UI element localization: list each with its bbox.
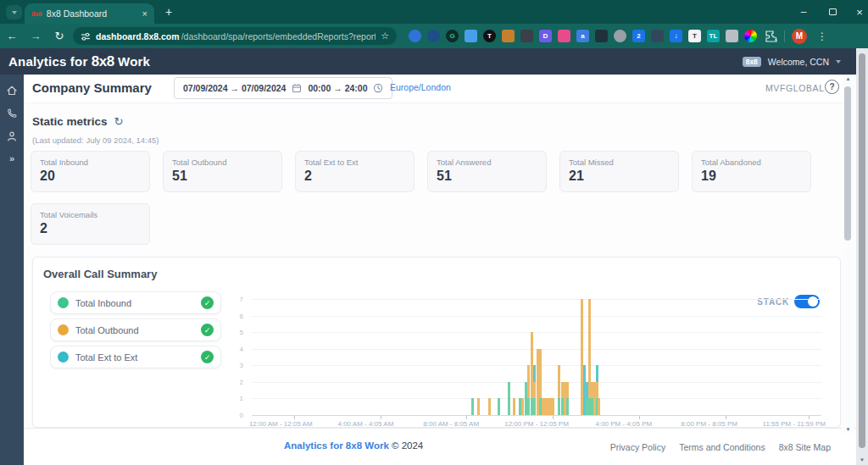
extension-icon[interactable] bbox=[465, 30, 477, 42]
metric-value: 51 bbox=[172, 169, 273, 184]
bar-segment-outbound bbox=[533, 382, 536, 399]
stacked-bar[interactable] bbox=[477, 299, 480, 415]
date-range-value: 07/09/2024 → 07/09/2024 bbox=[183, 83, 286, 93]
legend-check-icon[interactable]: ✓ bbox=[201, 351, 214, 363]
stacked-bar[interactable] bbox=[527, 299, 530, 415]
window-minimize-button[interactable]: – bbox=[790, 0, 817, 24]
legend-check-icon[interactable]: ✓ bbox=[201, 324, 214, 336]
metric-value: 51 bbox=[437, 169, 537, 184]
stacked-bar[interactable] bbox=[498, 299, 500, 415]
y-tick-label: 5 bbox=[240, 329, 243, 336]
sidebar-item-users[interactable] bbox=[6, 130, 18, 142]
scroll-down-icon[interactable]: ▼ bbox=[856, 457, 868, 462]
extension-icon[interactable] bbox=[595, 30, 608, 42]
y-tick-label: 1 bbox=[240, 395, 243, 402]
metric-card: Total Answered51 bbox=[427, 151, 547, 192]
stacked-bar[interactable] bbox=[508, 299, 510, 415]
window-scrollbar[interactable]: ▼ bbox=[856, 48, 868, 465]
extensions-puzzle-icon[interactable] bbox=[765, 30, 777, 42]
date-range-picker[interactable]: 07/09/2024 → 07/09/2024 00:00 → 24:00 bbox=[174, 77, 392, 99]
extension-icon[interactable] bbox=[427, 30, 440, 42]
back-button[interactable]: ← bbox=[0, 30, 24, 42]
legend-check-icon[interactable]: ✓ bbox=[201, 296, 214, 309]
footer-link[interactable]: Privacy Policy bbox=[610, 442, 665, 452]
help-button[interactable]: ? bbox=[825, 80, 839, 94]
forward-button[interactable]: → bbox=[24, 30, 47, 42]
extension-icon[interactable] bbox=[502, 30, 515, 42]
stacked-bar[interactable] bbox=[552, 299, 554, 415]
extension-icon[interactable]: 2 bbox=[632, 30, 645, 42]
timezone-link[interactable]: Europe/London bbox=[390, 82, 451, 92]
bar-segment-outbound bbox=[513, 398, 515, 415]
legend-item[interactable]: Total Ext to Ext✓ bbox=[50, 346, 221, 368]
stacked-bar[interactable] bbox=[513, 299, 515, 415]
bar-segment-inbound bbox=[566, 398, 569, 415]
content-scrollbar[interactable]: ▲ ▼ bbox=[843, 75, 854, 434]
extension-icon[interactable]: T bbox=[483, 30, 496, 42]
extension-icon[interactable] bbox=[520, 30, 533, 42]
x-tick-label: 12:00 PM - 12:05 PM bbox=[504, 420, 569, 428]
extension-icon[interactable] bbox=[614, 30, 626, 42]
site-settings-icon[interactable] bbox=[81, 31, 91, 42]
extension-icon[interactable]: T bbox=[688, 30, 701, 42]
extension-icon[interactable]: G bbox=[446, 30, 459, 42]
app-title: Analytics for 8x8 Work bbox=[8, 53, 150, 70]
metric-value: 2 bbox=[40, 221, 141, 236]
footer-link[interactable]: 8x8 Site Map bbox=[779, 442, 831, 452]
footer-link[interactable]: Terms and Conditions bbox=[679, 442, 765, 452]
bar-segment-outbound bbox=[558, 365, 560, 398]
legend-item[interactable]: Total Inbound✓ bbox=[50, 291, 221, 314]
page-footer: Analytics for 8x8 Work © 2024 Privacy Po… bbox=[24, 428, 856, 465]
browser-tab[interactable]: 8x8 8x8 Dashboard × bbox=[25, 3, 154, 24]
bar-segment-outbound bbox=[488, 398, 491, 415]
metric-cards-grid: Total Inbound20Total Outbound51Total Ext… bbox=[31, 151, 819, 245]
extension-icon[interactable]: TL bbox=[707, 30, 720, 42]
content-scrollbar-thumb[interactable] bbox=[844, 86, 851, 241]
extension-icon[interactable] bbox=[726, 30, 738, 42]
stacked-bar[interactable] bbox=[533, 299, 536, 415]
bookmark-star-icon[interactable]: ☆ bbox=[381, 30, 389, 42]
tab-search-button[interactable] bbox=[6, 5, 22, 19]
reload-button[interactable]: ↻ bbox=[47, 30, 71, 42]
time-range-value: 00:00 → 24:00 bbox=[308, 83, 367, 93]
window-scrollbar-thumb[interactable] bbox=[859, 53, 865, 448]
sidebar-item-home[interactable] bbox=[6, 85, 18, 97]
extension-icon[interactable]: a bbox=[576, 30, 589, 42]
extension-icon[interactable]: ↓ bbox=[670, 30, 682, 42]
footer-brand-link[interactable]: Analytics for 8x8 Work bbox=[284, 440, 389, 451]
stacked-bar[interactable] bbox=[566, 299, 569, 415]
bar-segment-outbound bbox=[552, 398, 554, 415]
bar-segment-inbound bbox=[471, 398, 474, 415]
address-bar[interactable]: dashboard.8x8.com /dashboard/spa/reports… bbox=[73, 27, 397, 45]
legend-item[interactable]: Total Outbound✓ bbox=[50, 318, 221, 341]
8x8-badge: 8x8 bbox=[743, 57, 761, 67]
extension-icon[interactable]: D bbox=[539, 30, 552, 42]
user-menu[interactable]: 8x8 Welcome, CCN bbox=[743, 57, 841, 67]
scroll-down-icon[interactable]: ▼ bbox=[843, 427, 854, 432]
stacked-bar[interactable] bbox=[488, 299, 491, 415]
x-tick-label: 8:00 PM - 8:05 PM bbox=[681, 420, 737, 428]
tab-close-icon[interactable]: × bbox=[142, 8, 147, 19]
stacked-bar[interactable] bbox=[471, 299, 474, 415]
sidebar-expand-icon[interactable]: » bbox=[9, 153, 14, 163]
refresh-icon[interactable]: ↻ bbox=[114, 115, 124, 128]
sidebar-item-calls[interactable] bbox=[6, 108, 18, 119]
browser-menu-icon[interactable]: ⋮ bbox=[817, 30, 827, 42]
overall-call-summary-panel: Overall Call Summary Total Inbound✓Total… bbox=[32, 257, 841, 428]
stacked-bar[interactable] bbox=[598, 299, 600, 415]
clock-icon bbox=[373, 83, 383, 93]
metric-label: Total Outbound bbox=[172, 158, 273, 167]
extension-icon[interactable] bbox=[558, 30, 570, 42]
extension-icon[interactable] bbox=[409, 30, 421, 42]
metric-value: 2 bbox=[304, 169, 405, 184]
bar-segment-outbound bbox=[477, 398, 480, 415]
window-maximize-button[interactable] bbox=[819, 0, 846, 24]
stacked-bar[interactable] bbox=[558, 299, 560, 415]
stacked-bar[interactable] bbox=[521, 299, 524, 415]
extension-icon[interactable] bbox=[744, 30, 757, 42]
scroll-up-icon[interactable]: ▲ bbox=[843, 76, 854, 81]
new-tab-button[interactable]: + bbox=[159, 3, 178, 21]
extension-icon[interactable] bbox=[651, 30, 664, 42]
profile-avatar[interactable]: M bbox=[792, 29, 807, 44]
window-close-button[interactable]: × bbox=[846, 0, 868, 24]
